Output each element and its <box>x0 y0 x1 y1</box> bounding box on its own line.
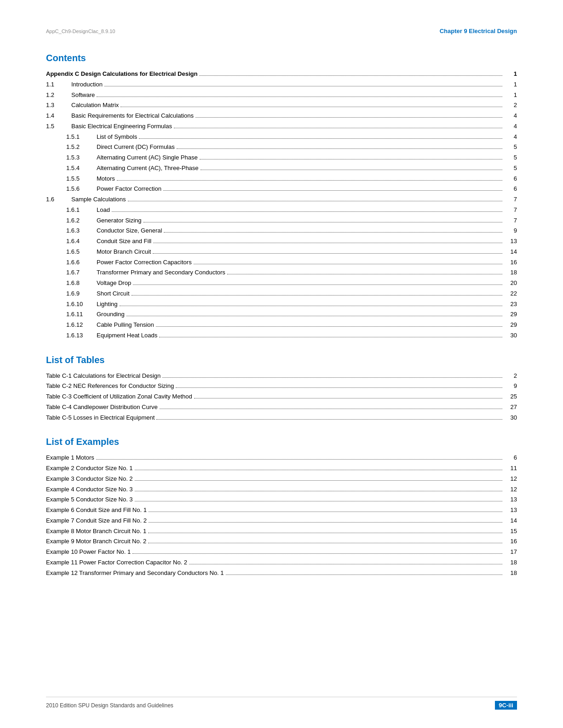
toc-container: Appendix C Design Calculations for Elect… <box>46 69 517 341</box>
toc-page: 7 <box>504 216 517 226</box>
list-item: Example 8 Motor Branch Circuit No. 115 <box>46 526 517 537</box>
toc-page: 6 <box>504 174 517 184</box>
list-item-dots <box>147 512 504 513</box>
list-item-page: 6 <box>504 453 517 463</box>
toc-item: 1.5.3Alternating Current (AC) Single Pha… <box>46 153 517 163</box>
header-filename: AppC_Ch9-DesignClac_8.9.10 <box>46 28 115 34</box>
toc-label: Cable Pulling Tension <box>97 320 154 330</box>
toc-item: Appendix C Design Calculations for Elect… <box>46 69 517 80</box>
toc-dots <box>130 295 504 297</box>
toc-page: 4 <box>504 132 517 142</box>
list-item-label: Example 12 Transformer Primary and Secon… <box>46 568 224 579</box>
toc-item: 1.3Calculation Matrix2 <box>46 100 517 111</box>
toc-page: 6 <box>504 184 517 194</box>
toc-item: 1.1Introduction1 <box>46 80 517 90</box>
toc-item: 1.6.12Cable Pulling Tension29 <box>46 320 517 330</box>
page-header: AppC_Ch9-DesignClac_8.9.10 Chapter 9 Ele… <box>46 28 517 34</box>
toc-dots <box>151 243 504 245</box>
list-item-page: 18 <box>504 568 517 579</box>
toc-item: 1.6.3Conductor Size, General9 <box>46 226 517 236</box>
list-item-page: 12 <box>504 484 517 495</box>
list-item-page: 17 <box>504 547 517 557</box>
list-item: Example 3 Conductor Size No. 212 <box>46 474 517 484</box>
toc-dots <box>154 326 504 328</box>
toc-label: Direct Current (DC) Formulas <box>97 142 175 153</box>
list-item: Example 2 Conductor Size No. 111 <box>46 463 517 474</box>
toc-label: Equipment Heat Loads <box>97 330 157 341</box>
list-item: Table C-2 NEC References for Conductor S… <box>46 381 517 392</box>
toc-item: 1.6.11Grounding29 <box>46 309 517 320</box>
list-item-page: 16 <box>504 536 517 547</box>
toc-item: 1.5.4Alternating Current (AC), Three-Pha… <box>46 163 517 174</box>
list-item-dots <box>187 564 504 566</box>
list-item: Example 10 Power Factor No. 117 <box>46 547 517 557</box>
list-item-dots <box>146 533 504 535</box>
list-item-page: 14 <box>504 516 517 526</box>
list-item-label: Example 11 Power Factor Correction Capac… <box>46 557 187 568</box>
toc-page: 5 <box>504 142 517 153</box>
toc-dots <box>157 337 504 339</box>
list-item: Example 6 Conduit Size and Fill No. 113 <box>46 505 517 516</box>
list-item-label: Table C-4 Candlepower Distribution Curve <box>46 402 158 413</box>
toc-page: 1 <box>504 80 517 90</box>
list-item-page: 27 <box>504 402 517 413</box>
examples-section: List of Examples Example 1 Motors6Exampl… <box>46 437 517 578</box>
toc-page: 2 <box>504 100 517 111</box>
list-item-page: 30 <box>504 413 517 423</box>
page-footer: 2010 Edition SPU Design Standards and Gu… <box>46 697 517 710</box>
toc-label: Calculation Matrix <box>71 100 119 111</box>
list-item-page: 12 <box>504 474 517 484</box>
toc-dots <box>137 138 504 140</box>
list-item-dots <box>133 470 504 472</box>
toc-label: Power Factor Correction Capacitors <box>97 257 192 268</box>
toc-number: 1.6.8 <box>46 278 97 289</box>
list-item-dots <box>158 409 504 410</box>
toc-item: 1.6.6Power Factor Correction Capacitors1… <box>46 257 517 268</box>
list-item-label: Example 5 Conductor Size No. 3 <box>46 495 133 505</box>
list-item-label: Example 4 Conductor Size No. 3 <box>46 484 133 495</box>
toc-page: 13 <box>504 236 517 247</box>
list-item-dots <box>133 491 504 493</box>
toc-label: List of Symbols <box>97 132 137 142</box>
list-item-dots <box>155 419 504 421</box>
toc-item: 1.4Basic Requirements for Electrical Cal… <box>46 111 517 121</box>
toc-label: Grounding <box>97 309 125 320</box>
toc-dots <box>194 117 504 119</box>
examples-heading: List of Examples <box>46 437 517 447</box>
toc-dots <box>162 232 504 234</box>
toc-label: Conductor Size, General <box>97 226 162 236</box>
list-item: Example 4 Conductor Size No. 312 <box>46 484 517 495</box>
toc-number: 1.4 <box>46 111 71 121</box>
toc-page: 29 <box>504 320 517 330</box>
toc-item: 1.6.4Conduit Size and Fill13 <box>46 236 517 247</box>
toc-dots <box>225 274 504 276</box>
list-item-dots <box>174 387 504 389</box>
toc-item: 1.6.2Generator Sizing7 <box>46 216 517 226</box>
list-item: Table C-3 Coefficient of Utilization Zon… <box>46 392 517 402</box>
toc-label: Lighting <box>97 299 118 310</box>
toc-dots <box>197 75 504 77</box>
toc-label: Motors <box>97 174 115 184</box>
toc-item: 1.6.7Transformer Primary and Secondary C… <box>46 267 517 278</box>
toc-number: 1.6.13 <box>46 330 97 341</box>
list-item: Example 12 Transformer Primary and Secon… <box>46 568 517 579</box>
list-item: Example 11 Power Factor Correction Capac… <box>46 557 517 568</box>
tables-section: List of Tables Table C-1 Calculations fo… <box>46 355 517 423</box>
toc-label: Alternating Current (AC), Three-Phase <box>97 163 199 174</box>
toc-number: 1.5 <box>46 121 71 132</box>
tables-heading: List of Tables <box>46 355 517 365</box>
toc-dots <box>199 170 504 171</box>
toc-number: 1.5.1 <box>46 132 97 142</box>
list-item-label: Example 8 Motor Branch Circuit No. 1 <box>46 526 146 537</box>
list-item-page: 13 <box>504 495 517 505</box>
toc-label: Basic Electrical Engineering Formulas <box>71 121 172 132</box>
toc-page: 14 <box>504 247 517 257</box>
list-item-label: Example 10 Power Factor No. 1 <box>46 547 131 557</box>
toc-number: 1.6.12 <box>46 320 97 330</box>
list-item-dots <box>147 522 504 524</box>
toc-number: 1.1 <box>46 80 71 90</box>
list-item-page: 11 <box>504 463 517 474</box>
list-item-label: Example 6 Conduit Size and Fill No. 1 <box>46 505 147 516</box>
toc-dots <box>126 201 504 203</box>
toc-page: 23 <box>504 299 517 310</box>
